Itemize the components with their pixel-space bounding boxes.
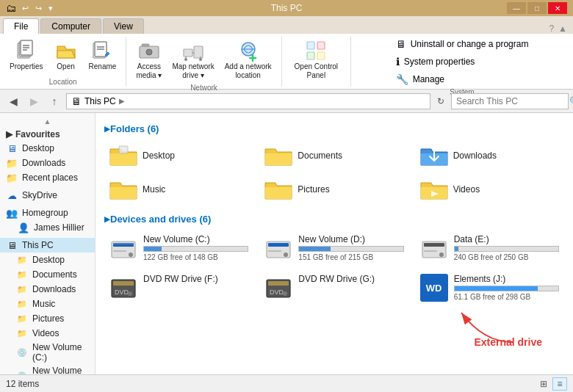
manage-button[interactable]: 🔧 Manage [393, 72, 447, 87]
drive-f-icon: DVD [109, 274, 137, 302]
forward-button[interactable]: ▶ [25, 92, 43, 110]
drive-j-bar-fill [455, 286, 538, 291]
maximize-button[interactable]: □ [527, 2, 547, 14]
desktop-pc-label: Desktop [32, 255, 65, 265]
minimize-button[interactable]: — [507, 2, 526, 14]
drive-e[interactable]: Data (E:) 240 GB free of 250 GB [415, 231, 564, 266]
tab-file[interactable]: File [3, 18, 39, 34]
svg-rect-45 [268, 281, 289, 286]
path-thispc: This PC [84, 96, 116, 106]
sidebar-item-james[interactable]: 👤 James Hillier [0, 220, 95, 235]
address-path[interactable]: 🖥 This PC ▶ [66, 93, 430, 109]
open-control-panel-button[interactable]: Open ControlPanel [291, 37, 342, 82]
sidebar-item-desktop-pc[interactable]: 📁 Desktop [0, 253, 95, 267]
sidebar-item-newvold-pc[interactable]: 💿 New Volume (D:) [0, 364, 95, 374]
drive-f[interactable]: DVD DVD RW Drive (F:) [104, 270, 253, 305]
svg-rect-35 [268, 250, 281, 252]
folder-documents[interactable]: Documents [259, 140, 408, 171]
control-panel-icon [304, 39, 328, 62]
sidebar-item-thispc[interactable]: 🖥 This PC [0, 238, 95, 253]
open-icon [54, 39, 78, 62]
view-list-button[interactable]: ≡ [552, 377, 567, 391]
downloads-fav-label: Downloads [22, 158, 65, 168]
tab-view[interactable]: View [103, 18, 144, 34]
search-input[interactable] [456, 96, 566, 106]
drive-g-icon: DVD [264, 274, 292, 302]
music-pc-icon: 📁 [16, 298, 28, 310]
drive-j[interactable]: WD Elements (J:) 61.1 GB free of 298 GB [415, 270, 564, 305]
rename-button[interactable]: Rename [85, 37, 120, 73]
refresh-button[interactable]: ↻ [433, 94, 448, 109]
drive-c-size: 122 GB free of 148 GB [143, 253, 248, 261]
svg-point-47 [283, 291, 287, 296]
drives-grid: New Volume (C:) 122 GB free of 148 GB Ne… [104, 231, 564, 305]
properties-button[interactable]: Properties [6, 37, 47, 73]
sidebar-item-videos-pc[interactable]: 📁 Videos [0, 326, 95, 341]
ribbon-group-network: Accessmedia ▾ Map networkdrive ▾ Add a n… [126, 37, 281, 86]
add-network-button[interactable]: Add a networklocation [221, 37, 275, 82]
system-props-button[interactable]: ℹ System properties [393, 54, 478, 69]
sidebar-item-homegroup[interactable]: 👥 Homegroup [0, 206, 95, 220]
sidebar-item-music-pc[interactable]: 📁 Music [0, 297, 95, 311]
tab-computer[interactable]: Computer [40, 18, 101, 34]
drive-e-icon [420, 234, 448, 262]
open-button[interactable]: Open [50, 37, 82, 73]
system-props-label: System properties [404, 57, 475, 67]
view-large-icons-button[interactable]: ⊞ [536, 377, 551, 391]
access-media-button[interactable]: Accessmedia ▾ [132, 37, 165, 82]
svg-point-34 [284, 253, 288, 257]
sidebar-item-desktop-fav[interactable]: 🖥 Desktop [0, 141, 95, 156]
search-box[interactable]: 🔍 [451, 93, 569, 109]
ribbon-group-control-content: Open ControlPanel [291, 37, 342, 84]
svg-point-11 [146, 49, 152, 55]
newvolc-pc-label: New Volume (C:) [32, 342, 89, 363]
sidebar-scroll-up[interactable]: ▲ [0, 116, 95, 126]
james-label: James Hillier [34, 222, 84, 233]
add-network-label: Add a networklocation [225, 62, 272, 80]
drive-c-icon [109, 234, 137, 262]
uninstall-button[interactable]: 🖥 Uninstall or change a program [393, 37, 532, 51]
close-button[interactable]: ✕ [548, 2, 567, 14]
folder-desktop[interactable]: Desktop [104, 140, 253, 171]
access-media-label: Accessmedia ▾ [136, 62, 162, 80]
favourites-label: Favourites [15, 129, 60, 139]
sidebar-item-recent-fav[interactable]: 📁 Recent places [0, 170, 95, 185]
control-panel-label: Open ControlPanel [295, 62, 338, 80]
up-button[interactable]: ↑ [46, 92, 63, 110]
status-item-count: 12 items [6, 379, 39, 389]
ribbon-collapse-icon[interactable]: ▲ [558, 23, 570, 34]
access-media-icon [137, 39, 161, 62]
map-network-button[interactable]: Map networkdrive ▾ [168, 37, 217, 82]
svg-rect-29 [113, 243, 134, 247]
annotation-container: External drive [454, 305, 542, 348]
sidebar-item-newvolc-pc[interactable]: 💿 New Volume (C:) [0, 341, 95, 364]
drives-section-title: Devices and drives (6) [104, 214, 564, 225]
uninstall-label: Uninstall or change a program [411, 39, 529, 49]
drive-d-bar [298, 246, 403, 252]
folder-music[interactable]: Music [104, 174, 253, 205]
folder-videos[interactable]: Videos [415, 174, 564, 205]
back-button[interactable]: ◀ [4, 92, 22, 110]
sidebar-favourites-header: ▶ Favourites [0, 126, 95, 141]
folder-downloads[interactable]: Downloads [415, 140, 564, 171]
map-network-label: Map networkdrive ▾ [172, 62, 214, 80]
sidebar-item-downloads-pc[interactable]: 📁 Downloads [0, 282, 95, 297]
drive-c-bar-fill [144, 247, 162, 251]
folder-documents-label: Documents [298, 150, 342, 161]
content-area: Folders (6) Desktop Documents [96, 113, 573, 374]
sidebar-item-pictures-pc[interactable]: 📁 Pictures [0, 311, 95, 326]
svg-point-30 [129, 253, 133, 257]
sidebar: ▲ ▶ Favourites 🖥 Desktop 📁 Downloads 📁 R… [0, 113, 96, 374]
annotation-text: External drive [474, 336, 542, 348]
drive-g-name: DVD RW Drive (G:) [298, 274, 403, 284]
sidebar-item-downloads-fav[interactable]: 📁 Downloads [0, 156, 95, 170]
ribbon-group-system-content: 🖥 Uninstall or change a program ℹ System… [393, 37, 532, 87]
sidebar-item-documents-pc[interactable]: 📁 Documents [0, 267, 95, 282]
drive-g[interactable]: DVD DVD RW Drive (G:) [259, 270, 408, 305]
drive-c[interactable]: New Volume (C:) 122 GB free of 148 GB [104, 231, 253, 266]
sidebar-item-skydrive[interactable]: ☁ SkyDrive [0, 188, 95, 203]
drive-d[interactable]: New Volume (D:) 151 GB free of 215 GB [259, 231, 408, 266]
folder-pictures[interactable]: Pictures [259, 174, 408, 205]
ribbon-help-icon[interactable]: ? [549, 23, 557, 34]
drive-e-info: Data (E:) 240 GB free of 250 GB [454, 234, 559, 261]
